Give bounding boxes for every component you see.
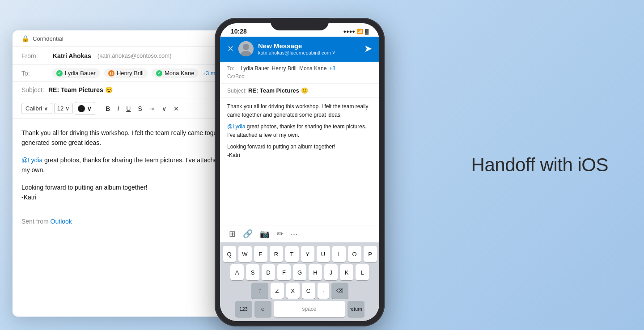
key-T[interactable]: T (285, 246, 299, 262)
italic-button[interactable]: I (114, 103, 122, 114)
key-W[interactable]: W (238, 246, 252, 262)
recipient-name-henry: Henry Brill (117, 70, 144, 76)
phone-mention: @Lydia (227, 123, 245, 130)
check-icon-lydia: ✓ (56, 70, 63, 76)
phone-body-closing: Looking forward to putting an album toge… (227, 143, 372, 159)
wifi-icon: 📶 (357, 29, 363, 34)
draw-icon[interactable]: ✏ (277, 229, 284, 239)
key-U[interactable]: U (317, 246, 330, 262)
header-info: New Message katri.ahokas@lucernepubintl.… (258, 42, 360, 55)
phone-ccbcc-label: Cc/Bcc: (227, 73, 246, 80)
key-L[interactable]: L (356, 264, 369, 280)
phone-subject-text: RE: Team Pictures 🙂 (248, 87, 308, 94)
compose-subtitle: katri.ahokas@lucernepubintl.com ∨ (258, 50, 360, 55)
phone-toolbar: ⊞ 🔗 📷 ✏ ··· (220, 225, 379, 242)
recipient-chip-lydia[interactable]: ✓ Lydia Bauer (52, 68, 100, 78)
phone-to-label: To: (227, 65, 238, 72)
recipient-name-lydia: Lydia Bauer (65, 70, 96, 76)
key-I[interactable]: I (332, 246, 346, 262)
space-key[interactable]: space (274, 301, 345, 317)
key-F[interactable]: F (277, 264, 291, 280)
font-family-selector[interactable]: Calibri ∨ (21, 103, 52, 114)
phone-to-line: To: Lydia Bauer Henry Brill Mona Kane +3 (227, 65, 372, 72)
keyboard-row-1: Q W E R T Y U I O P (222, 246, 377, 262)
camera-icon[interactable]: 📷 (260, 229, 270, 239)
font-name: Calibri (25, 105, 42, 112)
font-size-value: 12 (57, 105, 64, 112)
subject-text: RE: Team Pictures 😊 (48, 86, 113, 93)
on-screen-keyboard: Q W E R T Y U I O P A S D F G H (220, 242, 379, 321)
return-key[interactable]: return (347, 301, 364, 317)
sent-from-prefix: Sent from (21, 218, 51, 225)
key-J[interactable]: J (324, 264, 338, 280)
phone-device: 10:28 ●●●● 📶 ▓ ✕ New Me (215, 18, 402, 330)
font-chevron: ∨ (44, 105, 48, 112)
avatar (238, 41, 254, 56)
font-size-selector[interactable]: 12 ∨ (54, 103, 73, 114)
keyboard-row-2: A S D F G H J K L (222, 264, 377, 280)
emoji-key[interactable]: ☺ (254, 301, 271, 317)
more-format-button[interactable]: ∨ (159, 103, 169, 114)
status-time: 10:28 (231, 28, 247, 35)
bold-button[interactable]: B (103, 103, 113, 114)
indent-button[interactable]: ⇥ (147, 103, 157, 114)
key-Z[interactable]: Z (271, 283, 284, 299)
keyboard-row-3: ⇧ Z X C · ⌫ (222, 283, 377, 299)
clear-format-button[interactable]: ✕ (171, 103, 182, 114)
phone-subject-row: Subject: RE: Team Pictures 🙂 (220, 84, 379, 98)
shift-key[interactable]: ⇧ (251, 283, 268, 299)
key-E[interactable]: E (254, 246, 267, 262)
check-icon-mona: ✓ (156, 70, 162, 76)
key-A[interactable]: A (230, 264, 244, 280)
recipient-chip-henry[interactable]: H Henry Brill (104, 68, 148, 78)
compose-header: ✕ New Message katri.ahokas@lucernepubint… (220, 37, 379, 62)
numbers-key[interactable]: 123 (235, 301, 252, 317)
outlook-link[interactable]: Outlook (51, 218, 72, 225)
more-toolbar-icon[interactable]: ··· (291, 229, 297, 239)
phone-screen: 10:28 ●●●● 📶 ▓ ✕ New Me (220, 23, 379, 321)
recipient-chip-mona[interactable]: ✓ Mona Kane (152, 68, 199, 78)
phone-subject-label: Subject: (227, 88, 246, 94)
key-R[interactable]: R (270, 246, 283, 262)
key-Y[interactable]: Y (301, 246, 314, 262)
phone-recipients-section: To: Lydia Bauer Henry Brill Mona Kane +3… (220, 62, 379, 84)
battery-icon: ▓ (365, 29, 369, 34)
confidential-label: Confidential (33, 35, 64, 42)
key-G[interactable]: G (293, 264, 306, 280)
key-O[interactable]: O (348, 246, 361, 262)
key-C[interactable]: C (302, 283, 315, 299)
phone-body-para1: Thank you all for driving this workshop.… (227, 102, 372, 119)
phone-body-para2-text: great photos, thanks for sharing the tea… (227, 123, 366, 138)
svg-point-1 (243, 44, 249, 50)
phone-body: 10:28 ●●●● 📶 ▓ ✕ New Me (215, 18, 385, 326)
key-P[interactable]: P (364, 246, 377, 262)
signal-icon: ●●●● (343, 29, 355, 34)
subtitle-chevron: ∨ (332, 50, 335, 55)
from-address: katri.ahokas@lucernepubintl.com (258, 50, 331, 55)
attachment-icon[interactable]: ⊞ (229, 229, 236, 239)
strikethrough-button[interactable]: S (135, 103, 144, 114)
underline-button[interactable]: U (123, 103, 133, 114)
key-D[interactable]: D (262, 264, 275, 280)
key-K[interactable]: K (340, 264, 353, 280)
delete-key[interactable]: ⌫ (331, 283, 348, 299)
key-H[interactable]: H (309, 264, 322, 280)
key-Q[interactable]: Q (223, 246, 236, 262)
key-S[interactable]: S (246, 264, 259, 280)
phone-more-recipients[interactable]: +3 (329, 65, 335, 72)
link-icon[interactable]: 🔗 (243, 229, 253, 239)
subject-label: Subject: (21, 86, 48, 93)
phone-body-para2: @Lydia great photos, thanks for sharing … (227, 123, 372, 139)
keyboard-row-4: 123 ☺ space return (222, 301, 377, 317)
body-paragraph-2-text: great photos, thanks for sharing the tea… (21, 157, 245, 173)
close-button[interactable]: ✕ (227, 44, 234, 54)
send-button[interactable]: ➤ (364, 43, 372, 55)
key-X[interactable]: X (286, 283, 300, 299)
font-color-button[interactable]: ∨ (75, 102, 95, 115)
key-dot[interactable]: · (318, 283, 329, 299)
phone-recipient-lydia: Lydia Bauer (241, 65, 269, 72)
phone-ccbcc-row: Cc/Bcc: (227, 73, 372, 80)
body-closing: Looking forward to putting an album toge… (21, 184, 148, 201)
phone-notch (271, 18, 329, 30)
lock-icon: 🔒 (21, 35, 29, 42)
